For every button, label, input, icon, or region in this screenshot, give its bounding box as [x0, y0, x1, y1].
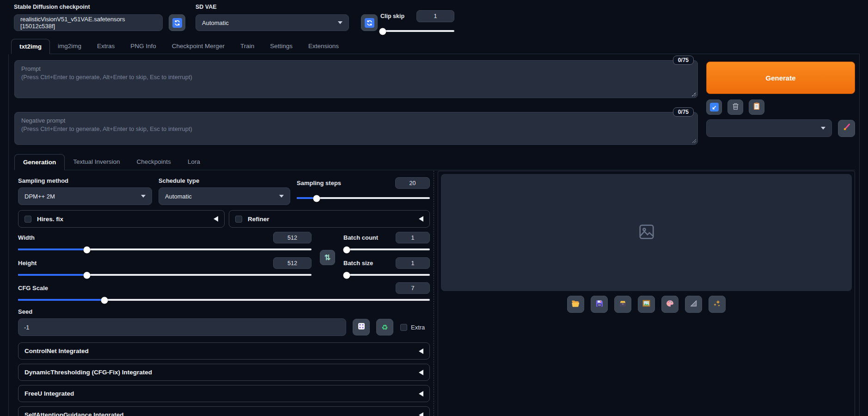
sd-vae-dropdown[interactable]: Automatic — [196, 14, 349, 31]
sampling-steps-label: Sampling steps — [297, 180, 341, 186]
send-to-inpaint-button[interactable] — [661, 296, 679, 313]
tab-checkpoints[interactable]: Checkpoints — [128, 154, 179, 170]
collapse-left-icon — [419, 348, 423, 354]
schedule-type-dropdown[interactable]: Automatic — [159, 187, 290, 205]
tab-txt2img[interactable]: txt2img — [11, 39, 50, 54]
save-image-button[interactable] — [591, 296, 608, 313]
column-resize-divider[interactable] — [434, 171, 434, 416]
folder-icon — [571, 300, 580, 309]
prompt-placeholder-hint: (Press Ctrl+Enter to generate, Alt+Enter… — [21, 74, 691, 81]
resize-handle[interactable] — [692, 92, 696, 96]
seed-label: Seed — [18, 308, 32, 315]
extension-accordions: ControlNet Integrated DynamicThresholdin… — [18, 342, 430, 416]
cfg-scale-slider[interactable] — [18, 297, 430, 304]
extra-seed-label: Extra — [411, 324, 425, 331]
accordion-controlnet[interactable]: ControlNet Integrated — [18, 342, 430, 360]
random-seed-button[interactable] — [353, 319, 370, 335]
negative-prompt-token-counter: 0/75 — [673, 107, 694, 117]
height-value[interactable]: 512 — [273, 257, 312, 269]
prompt-textarea[interactable]: Prompt (Press Ctrl+Enter to generate, Al… — [14, 60, 698, 98]
tab-extensions[interactable]: Extensions — [300, 39, 347, 54]
clip-skip-slider[interactable] — [380, 28, 454, 35]
hires-fix-accordion[interactable]: Hires. fix — [18, 210, 225, 228]
image-placeholder-icon — [638, 223, 655, 242]
height-slider[interactable] — [18, 272, 312, 279]
accordion-self-attention-guidance[interactable]: SelfAttentionGuidance Integrated — [18, 406, 430, 416]
triangular-ruler-icon — [690, 300, 697, 309]
width-slider[interactable] — [18, 246, 312, 253]
clip-skip-value[interactable]: 1 — [416, 10, 454, 22]
resize-handle[interactable] — [692, 139, 696, 143]
paste-arrow-icon: ↙ — [710, 103, 719, 112]
gallery-toolbar — [441, 296, 852, 313]
swap-dimensions-button[interactable]: ⇅ — [320, 250, 335, 265]
output-image-preview — [441, 174, 852, 291]
tab-settings[interactable]: Settings — [262, 39, 300, 54]
upscale-button[interactable] — [709, 296, 726, 313]
paintbrush-icon — [843, 123, 851, 133]
accordion-title: ControlNet Integrated — [24, 348, 89, 354]
checkpoint-value: realisticVisionV51_v51VAE.safetensors [1… — [20, 16, 156, 30]
send-to-img2img-button[interactable] — [638, 296, 655, 313]
sampling-steps-slider[interactable] — [297, 195, 430, 202]
prompt-token-counter: 0/75 — [673, 56, 694, 65]
tab-png-info[interactable]: PNG Info — [122, 39, 164, 54]
hires-fix-checkbox[interactable] — [24, 216, 31, 223]
generate-button[interactable]: Generate — [706, 62, 855, 94]
extra-seed-checkbox[interactable] — [400, 324, 407, 331]
apply-styles-button[interactable] — [749, 99, 764, 115]
accordion-dynamic-thresholding[interactable]: DynamicThresholding (CFG-Fix) Integrated — [18, 364, 430, 381]
sampling-steps-value[interactable]: 20 — [395, 177, 430, 189]
refiner-accordion[interactable]: Refiner — [229, 210, 430, 228]
open-output-folder-button[interactable] — [567, 296, 584, 313]
negative-prompt-placeholder-title: Negative prompt — [21, 117, 691, 124]
accordion-title: FreeU Integrated — [24, 390, 74, 397]
tab-extras[interactable]: Extras — [89, 39, 122, 54]
clipboard-icon — [753, 102, 760, 112]
tab-lora[interactable]: Lora — [179, 154, 208, 170]
clear-prompt-button[interactable] — [727, 99, 743, 115]
width-value[interactable]: 512 — [273, 232, 312, 243]
seed-input[interactable] — [18, 318, 346, 336]
sampling-method-value: DPM++ 2M — [24, 193, 55, 200]
sampling-method-dropdown[interactable]: DPM++ 2M — [18, 187, 152, 205]
height-label: Height — [18, 260, 37, 267]
accordion-title: SelfAttentionGuidance Integrated — [24, 411, 124, 416]
dice-icon — [358, 323, 365, 332]
prompt-placeholder-title: Prompt — [21, 65, 691, 72]
refresh-vae-button[interactable] — [361, 14, 378, 31]
collapse-left-icon — [419, 391, 423, 397]
reuse-seed-button[interactable]: ♻ — [376, 319, 393, 335]
sd-vae-label: SD VAE — [196, 4, 378, 10]
sampling-method-label: Sampling method — [18, 177, 152, 184]
accordion-title: DynamicThresholding (CFG-Fix) Integrated — [24, 369, 152, 376]
paste-generation-params-button[interactable]: ↙ — [706, 99, 722, 115]
batch-count-value[interactable]: 1 — [396, 232, 430, 243]
refiner-checkbox[interactable] — [235, 216, 242, 223]
tab-checkpoint-merger[interactable]: Checkpoint Merger — [164, 39, 232, 54]
negative-prompt-textarea[interactable]: Negative prompt (Press Ctrl+Enter to gen… — [14, 112, 698, 145]
batch-size-slider[interactable] — [343, 272, 430, 279]
tab-img2img[interactable]: img2img — [50, 39, 89, 54]
send-to-extras-button[interactable] — [685, 296, 702, 313]
styles-dropdown[interactable] — [706, 119, 832, 137]
schedule-type-value: Automatic — [165, 193, 192, 200]
batch-count-label: Batch count — [343, 234, 378, 241]
batch-count-slider[interactable] — [343, 246, 430, 253]
checkpoint-label: Stable Diffusion checkpoint — [14, 4, 185, 10]
tab-generation[interactable]: Generation — [14, 154, 65, 170]
accordion-freeu[interactable]: FreeU Integrated — [18, 385, 430, 402]
framed-picture-icon — [642, 300, 650, 309]
tab-textual-inversion[interactable]: Textual Inversion — [65, 154, 128, 170]
checkpoint-dropdown[interactable]: realisticVisionV51_v51VAE.safetensors [1… — [14, 14, 163, 31]
schedule-type-label: Schedule type — [159, 177, 290, 184]
save-zip-button[interactable] — [614, 296, 631, 313]
cfg-scale-label: CFG Scale — [18, 285, 48, 292]
edit-styles-button[interactable] — [838, 120, 855, 137]
batch-size-value[interactable]: 1 — [396, 257, 430, 269]
collapse-left-icon — [419, 370, 423, 375]
cfg-scale-value[interactable]: 7 — [396, 282, 430, 294]
refresh-checkpoints-button[interactable] — [169, 14, 185, 31]
refresh-icon — [365, 18, 374, 28]
tab-train[interactable]: Train — [232, 39, 262, 54]
